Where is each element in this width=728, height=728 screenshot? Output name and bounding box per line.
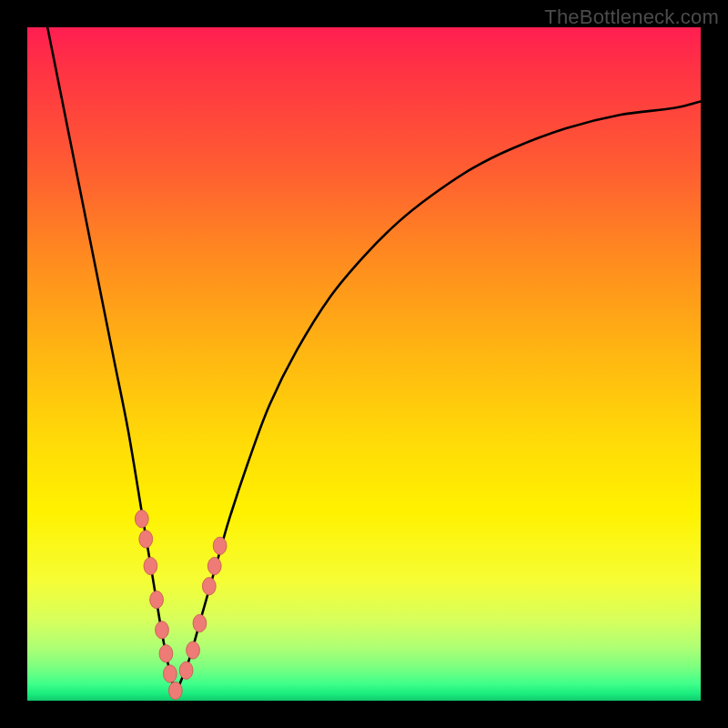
watermark-text: TheBottleneck.com <box>544 5 719 29</box>
outer-frame: TheBottleneck.com <box>0 0 728 728</box>
highlight-dot <box>213 537 227 554</box>
highlight-dot <box>156 622 169 639</box>
dots-group <box>135 511 227 700</box>
highlight-dot <box>187 642 200 659</box>
plot-area <box>27 27 701 701</box>
highlight-dot <box>193 614 207 632</box>
highlight-dot <box>163 665 177 682</box>
highlight-dot <box>144 557 157 574</box>
highlight-dot <box>202 578 216 595</box>
chart-svg <box>27 27 701 701</box>
curve-right-branch <box>176 101 701 693</box>
highlight-dot <box>179 662 193 679</box>
highlight-dot <box>168 682 182 699</box>
highlight-dot <box>135 511 148 528</box>
highlight-dot <box>207 557 221 574</box>
curve-group <box>47 27 701 694</box>
highlight-dot <box>139 531 153 548</box>
highlight-dot <box>159 645 173 662</box>
highlight-dot <box>150 591 164 608</box>
